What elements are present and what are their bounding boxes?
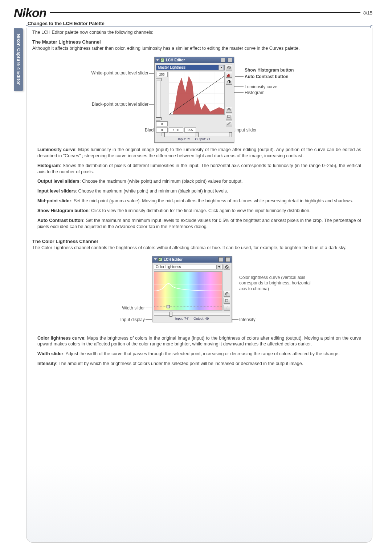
white-input-value[interactable]: 255 [184,127,196,133]
label-intensity: Intensity [239,317,256,322]
titlebar-btn-2[interactable] [225,257,230,262]
curve-canvas[interactable] [169,72,225,115]
add-point-button[interactable] [226,107,232,113]
svg-rect-31 [225,299,228,302]
lch-titlebar: ✓ LCH Editor [155,57,234,63]
channel-dropdown-2[interactable]: Color Lightness [154,264,222,270]
mid-input-value[interactable]: 1.00 [169,127,183,133]
enable-checkbox[interactable]: ✓ [160,58,164,62]
content-box: The LCH Editor palette now contains the … [26,27,372,543]
def-output-sliders: Output level sliders: Choose the maximum… [37,178,361,185]
page-number: 8/15 [363,10,372,16]
def-histogram: Histogram: Shows the distribution of pix… [37,163,361,175]
reset-button[interactable] [226,65,232,70]
titlebar-btn-1[interactable] [221,58,225,62]
lch-titlebar-2: ✓ LCH Editor [152,256,232,263]
color-diagram: Width slider Input display Color lightne… [83,256,315,329]
lch-editor-window-2: ✓ LCH Editor Color Lightness [152,256,232,322]
label-black-output: Black-point output level slider [83,102,148,107]
svg-rect-11 [229,74,230,77]
edit-button[interactable] [226,121,232,126]
def-show-hist: Show Histogram button: Click to view the… [37,208,361,214]
svg-rect-27 [167,305,170,308]
page-header: Nikon 8/15 [0,0,392,21]
svg-rect-9 [227,75,228,77]
add-point-button-2[interactable] [224,291,230,297]
titlebar-btn-1[interactable] [219,257,223,262]
width-slider[interactable] [154,312,230,316]
def-auto-contrast: Auto Contrast button: Set the maximum an… [37,218,361,230]
black-output-value[interactable]: 0 [156,121,168,126]
svg-rect-10 [228,74,229,77]
label-color-curve: Color lightness curve (vertical axis cor… [239,275,312,292]
def-color-curve: Color lightness curve: Maps the brightne… [37,335,361,348]
svg-line-19 [226,266,228,268]
window-title: LCH Editor [166,58,185,62]
svg-rect-16 [228,115,230,118]
label-lum-curve: Luminosity curve [245,84,277,89]
label-show-histogram: Show Histogram button [245,68,294,73]
white-output-value[interactable]: 255 [156,72,168,77]
edit-button-2[interactable] [224,305,230,311]
reset-button-2[interactable] [224,264,230,270]
label-auto-contrast: Auto Contrast button [245,74,289,79]
color-heading: The Color Lightness Channel [32,239,368,244]
input-readout-2: Input: 74° [175,317,189,320]
def-lum-curve: Luminosity curve: Maps luminosity in the… [37,147,361,159]
zoom-button-2[interactable] [224,298,230,304]
output-level-slider[interactable] [156,78,160,121]
window-title-2: LCH Editor [164,258,183,262]
color-body: The Color Lightness channel controls the… [32,245,366,251]
label-white-output: White-point output level slider [83,70,148,76]
master-diagram: White-point output level slider Black-po… [83,57,315,140]
enable-checkbox[interactable]: ✓ [158,258,162,262]
auto-contrast-button[interactable] [226,79,232,85]
show-histogram-button[interactable] [226,72,232,78]
zoom-button[interactable] [226,114,232,119]
header-rule [50,12,360,13]
input-level-slider[interactable] [162,133,232,136]
output-readout-2: Output: 49 [193,317,209,320]
def-midpoint: Mid-point slider: Set the mid-point (gam… [37,198,361,204]
def-input-sliders: Input level sliders: Choose the maximum … [37,188,361,194]
lch-editor-window: ✓ LCH Editor Master Lightness [154,57,234,143]
nikon-logo: Nikon [14,6,46,20]
color-curve-canvas[interactable] [154,271,222,311]
chevron-down-icon [219,65,224,70]
menu-triangle-icon[interactable] [156,59,159,61]
channel-dropdown[interactable]: Master Lightness [156,65,225,70]
label-input-display: Input display [98,317,145,322]
menu-triangle-icon[interactable] [154,258,157,260]
master-body: Although it affects brightness rather th… [32,45,366,52]
black-input-value[interactable]: 0 [156,127,168,133]
label-width-slider: Width slider [98,305,145,311]
input-readout: Input: 71 [178,137,191,141]
def-width-slider: Width slider: Adjust the width of the cu… [37,351,361,357]
chevron-down-icon [216,265,221,269]
section-title: Changes to the LCH Editor Palette [26,21,372,27]
titlebar-btn-2[interactable] [228,58,232,62]
label-histogram: Histogram [245,90,265,95]
master-heading: The Master Lightness Channel [32,39,368,45]
output-readout: Output: 71 [195,137,211,141]
section-intro: The LCH Editor palette now contains the … [32,30,368,35]
side-tab: Nikon Capture 4 Editor [14,28,23,91]
def-intensity: Intensity: The amount by which the brigh… [37,361,361,367]
svg-line-1 [228,66,230,69]
